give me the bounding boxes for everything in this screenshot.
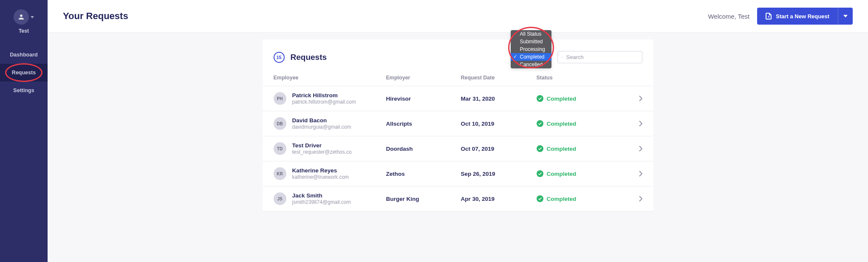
status-option[interactable]: Processing	[511, 45, 551, 53]
sidebar-item-dashboard[interactable]: Dashboard	[0, 46, 48, 64]
chevron-right-icon	[639, 96, 642, 101]
request-date: Mar 31, 2020	[461, 96, 537, 102]
chevron-right-icon	[639, 146, 642, 152]
chevron-right-icon	[639, 196, 642, 202]
sidebar-item-settings[interactable]: Settings	[0, 82, 48, 99]
page-title: Your Requests	[63, 11, 128, 22]
employee-name: Katherine Reyes	[292, 167, 349, 174]
sidebar: Test Dashboard Requests Settings	[0, 0, 48, 262]
employer-name: Burger King	[386, 196, 461, 202]
new-request-dropdown[interactable]	[838, 8, 853, 25]
request-date: Oct 10, 2019	[461, 121, 537, 127]
sidebar-item-requests[interactable]: Requests	[0, 64, 48, 82]
column-status: Status	[537, 75, 642, 81]
chevron-down-icon	[843, 15, 848, 17]
user-menu[interactable]	[14, 9, 34, 25]
person-icon	[17, 13, 25, 21]
status-badge: Completed	[537, 120, 577, 127]
employee-name: David Bacon	[292, 117, 351, 124]
table-row[interactable]: KR Katherine Reyes katherine@truework.co…	[263, 161, 653, 186]
caret-down-icon	[31, 16, 34, 18]
search-input[interactable]	[566, 54, 638, 60]
employee-avatar: DB	[274, 117, 286, 130]
employer-name: Doordash	[386, 146, 461, 152]
column-employer: Employer	[386, 75, 461, 81]
request-date: Apr 30, 2019	[461, 196, 537, 202]
card-title: Requests	[291, 53, 327, 62]
table-row[interactable]: PH Patrick Hillstrom patrick.hillstrom@g…	[263, 86, 653, 111]
employee-avatar: PH	[274, 92, 286, 105]
employee-email: katherine@truework.com	[292, 174, 349, 180]
welcome-text: Welcome, Test	[708, 13, 749, 20]
employee-avatar: TD	[274, 142, 286, 155]
status-option[interactable]: All Status	[511, 30, 551, 38]
status-option[interactable]: Completed	[511, 53, 551, 61]
employee-avatar: KR	[274, 167, 286, 180]
sidebar-item-label: Dashboard	[10, 52, 37, 58]
new-request-button[interactable]: Start a New Request	[757, 8, 838, 25]
column-employee: Employee	[274, 75, 386, 81]
employer-name: Allscripts	[386, 121, 461, 127]
status-badge: Completed	[537, 145, 577, 152]
requests-card: 15 Requests All StatusSubmittedProcessin…	[263, 39, 653, 211]
employee-email: davidmurguia@gmail.com	[292, 124, 351, 130]
check-circle-icon	[537, 120, 543, 127]
status-option[interactable]: Submitted	[511, 38, 551, 45]
employee-email: patrick.hillstrom@gmail.com	[292, 99, 356, 105]
table-header: Employee Employer Request Date Status	[263, 75, 653, 86]
employee-name: Patrick Hillstrom	[292, 92, 356, 99]
table-row[interactable]: JS Jack Smith jsmith239874@gmail.com Bur…	[263, 186, 653, 211]
status-option[interactable]: Cancelled	[511, 61, 551, 68]
employee-name: Jack Smith	[292, 192, 351, 199]
column-date: Request Date	[461, 75, 537, 81]
employee-name: Test Driver	[292, 142, 352, 149]
employer-name: Hirevisor	[386, 96, 461, 102]
count-badge: 15	[274, 52, 285, 63]
topbar: Your Requests Welcome, Test Start a New …	[48, 0, 868, 33]
user-avatar[interactable]	[14, 9, 29, 25]
search-wrap	[557, 51, 642, 63]
check-circle-icon	[537, 195, 543, 202]
search-icon	[562, 54, 563, 60]
employee-email: test_requester@zethos.co	[292, 149, 352, 155]
check-circle-icon	[537, 170, 543, 177]
status-badge: Completed	[537, 170, 577, 177]
check-circle-icon	[537, 95, 543, 102]
request-date: Sep 26, 2019	[461, 171, 537, 177]
file-plus-icon	[766, 13, 772, 20]
chevron-right-icon	[639, 121, 642, 127]
status-filter-dropdown[interactable]: All StatusSubmittedProcessingCompletedCa…	[511, 30, 551, 68]
table-row[interactable]: TD Test Driver test_requester@zethos.co …	[263, 136, 653, 161]
check-circle-icon	[537, 145, 543, 152]
request-date: Oct 07, 2019	[461, 146, 537, 152]
new-request-label: Start a New Request	[776, 13, 829, 20]
sidebar-item-label: Requests	[12, 70, 36, 76]
employer-name: Zethos	[386, 171, 461, 177]
status-badge: Completed	[537, 95, 577, 102]
employee-avatar: JS	[274, 192, 286, 205]
content-area: 15 Requests All StatusSubmittedProcessin…	[48, 33, 868, 262]
table-row[interactable]: DB David Bacon davidmurguia@gmail.com Al…	[263, 111, 653, 136]
chevron-right-icon	[639, 171, 642, 177]
status-badge: Completed	[537, 195, 577, 202]
employee-email: jsmith239874@gmail.com	[292, 199, 351, 205]
sidebar-item-label: Settings	[13, 87, 34, 93]
main: Your Requests Welcome, Test Start a New …	[48, 0, 868, 262]
user-name-label: Test	[19, 28, 29, 34]
